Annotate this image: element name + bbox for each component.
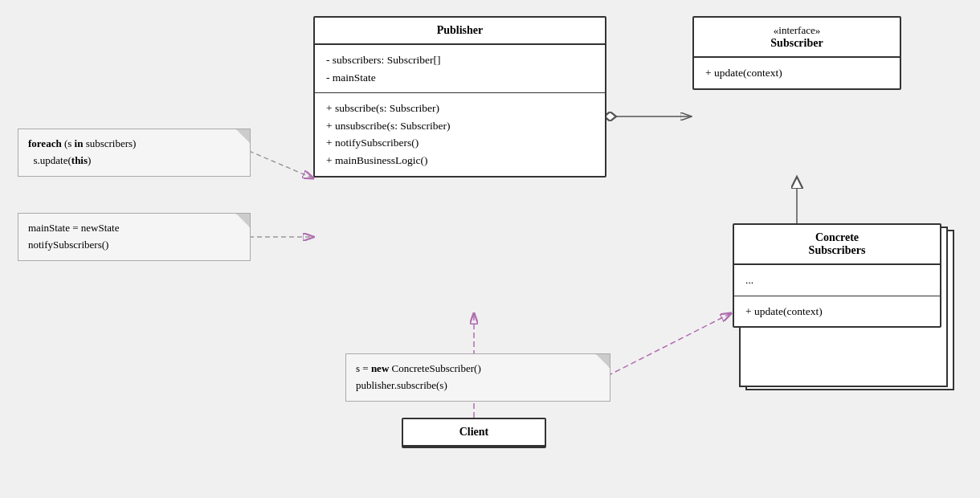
svg-line-10 [607, 313, 731, 376]
concrete-subscribers-class: ConcreteSubscribers ... + update(context… [733, 223, 941, 328]
concrete-subscribers-field-1: ... [745, 271, 929, 289]
note-new-subscriber: s = new ConcreteSubscriber() publisher.s… [345, 353, 610, 402]
publisher-header: Publisher [315, 18, 605, 45]
note-foreach: foreach (s in subscribers) s.update(this… [18, 129, 251, 177]
publisher-method-3: + notifySubscribers() [326, 134, 594, 152]
subscriber-methods: + update(context) [694, 58, 900, 88]
client-header: Client [403, 419, 545, 447]
publisher-fields: - subscribers: Subscriber[] - mainState [315, 45, 605, 93]
publisher-method-4: + mainBusinessLogic() [326, 152, 594, 169]
concrete-subscribers-fields: ... [734, 265, 940, 296]
note-mainstate: mainState = newState notifySubscribers() [18, 213, 251, 261]
publisher-field-1: - subscribers: Subscriber[] [326, 51, 594, 69]
concrete-subscribers-title: ConcreteSubscribers [809, 231, 866, 256]
publisher-methods: + subscribe(s: Subscriber) + unsubscribe… [315, 93, 605, 175]
note-mainstate-line2: notifySubscribers() [28, 239, 108, 251]
subscriber-method-1: + update(context) [705, 64, 888, 82]
note-new-subscriber-line1: s = new ConcreteSubscriber() [356, 362, 481, 374]
concrete-subscribers-header: ConcreteSubscribers [734, 225, 940, 265]
subscriber-class: «interface» Subscriber + update(context) [692, 16, 901, 90]
subscriber-stereotype: «interface» [707, 24, 887, 37]
publisher-class: Publisher - subscribers: Subscriber[] - … [313, 16, 606, 178]
publisher-method-1: + subscribe(s: Subscriber) [326, 100, 594, 117]
publisher-field-2: - mainState [326, 69, 594, 87]
note-new-subscriber-line2: publisher.subscribe(s) [356, 379, 447, 391]
note-mainstate-line1: mainState = newState [28, 222, 119, 234]
publisher-method-2: + unsubscribe(s: Subscriber) [326, 117, 594, 135]
note-foreach-line1: foreach (s in subscribers) [28, 137, 136, 149]
concrete-subscribers-methods: + update(context) [734, 296, 940, 327]
client-class: Client [402, 418, 546, 448]
subscriber-header: «interface» Subscriber [694, 18, 900, 58]
note-foreach-line2: s.update(this) [28, 154, 91, 166]
client-title: Client [459, 426, 489, 438]
concrete-subscribers-method-1: + update(context) [745, 303, 929, 320]
publisher-title: Publisher [437, 24, 484, 36]
subscriber-title: Subscriber [770, 37, 823, 49]
svg-line-7 [249, 151, 313, 178]
